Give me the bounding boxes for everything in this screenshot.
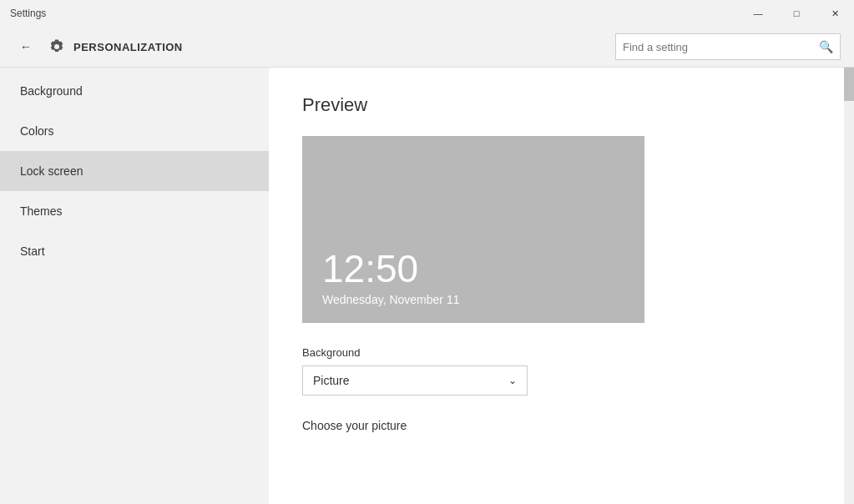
sidebar-item-colors[interactable]: Colors [0, 111, 269, 151]
back-arrow-icon: ← [20, 40, 32, 53]
titlebar-title: Settings [10, 8, 46, 19]
background-label: Background [302, 346, 821, 359]
section-title: Preview [302, 94, 821, 116]
search-icon: 🔍 [819, 40, 833, 53]
scrollbar-track[interactable] [844, 68, 854, 504]
maximize-button[interactable]: □ [777, 0, 816, 27]
header-left: ← PERSONALIZATION [13, 34, 183, 59]
chevron-down-icon: ⌄ [508, 375, 517, 386]
sidebar-item-label: Colors [20, 124, 53, 138]
content-area: Preview 12:50 Wednesday, November 11 Bac… [269, 68, 854, 504]
close-button[interactable]: ✕ [816, 0, 854, 27]
close-icon: ✕ [831, 8, 839, 19]
sidebar-item-themes[interactable]: Themes [0, 191, 269, 231]
sidebar-item-label: Themes [20, 204, 63, 218]
preview-date: Wednesday, November 11 [322, 293, 459, 306]
search-box[interactable]: 🔍 [615, 33, 841, 60]
back-button[interactable]: ← [13, 34, 38, 59]
preview-content: 12:50 Wednesday, November 11 [322, 249, 459, 306]
sidebar-item-start[interactable]: Start [0, 231, 269, 271]
scrollbar-thumb[interactable] [844, 68, 854, 101]
minimize-icon: — [754, 8, 763, 18]
sidebar-item-label: Lock screen [20, 164, 83, 178]
titlebar: Settings — □ ✕ [0, 0, 854, 27]
window: Settings — □ ✕ ← PERSONALIZATION [0, 0, 854, 504]
app-title: PERSONALIZATION [73, 41, 183, 53]
main-area: Background Colors Lock screen Themes Sta… [0, 68, 854, 504]
sidebar-item-label: Start [20, 244, 45, 258]
search-input[interactable] [623, 41, 819, 53]
choose-picture-label: Choose your picture [302, 419, 821, 432]
preview-box: 12:50 Wednesday, November 11 [302, 136, 644, 323]
sidebar-item-label: Background [20, 84, 83, 98]
header-title-area: PERSONALIZATION [48, 38, 183, 55]
app-header: ← PERSONALIZATION 🔍 [0, 27, 854, 67]
gear-icon [48, 38, 65, 55]
sidebar-item-background[interactable]: Background [0, 71, 269, 111]
background-dropdown[interactable]: Picture ⌄ [302, 365, 528, 396]
sidebar-item-lock-screen[interactable]: Lock screen [0, 151, 269, 191]
minimize-button[interactable]: — [739, 0, 777, 27]
preview-time: 12:50 [322, 249, 459, 288]
titlebar-left: Settings [10, 8, 46, 19]
maximize-icon: □ [794, 8, 800, 18]
sidebar: Background Colors Lock screen Themes Sta… [0, 68, 269, 504]
titlebar-controls: — □ ✕ [739, 0, 854, 27]
dropdown-value: Picture [313, 374, 350, 387]
